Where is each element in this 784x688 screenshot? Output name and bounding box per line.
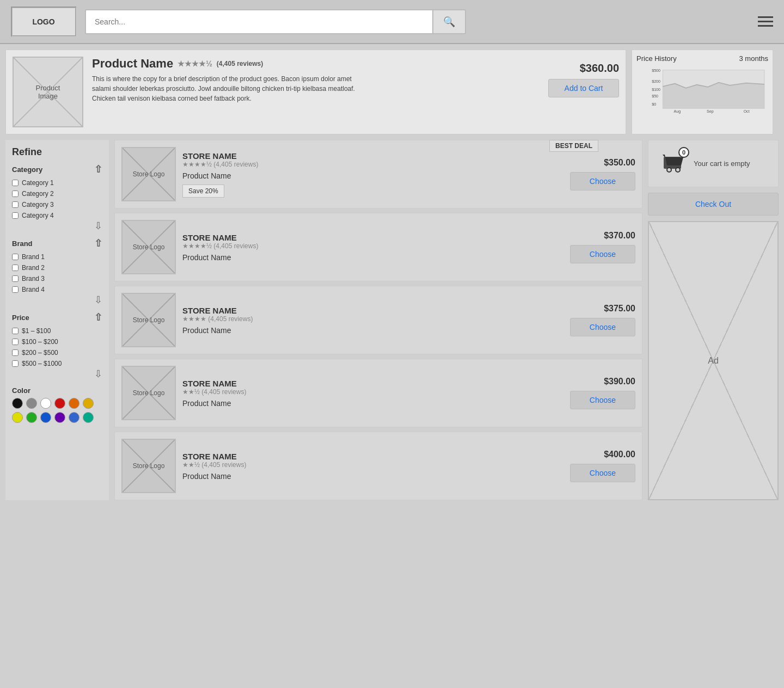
- color-swatch-blue[interactable]: [40, 412, 51, 423]
- price-scroll-down[interactable]: ⇩: [12, 369, 102, 379]
- add-to-cart-button[interactable]: Add to Cart: [548, 79, 619, 97]
- color-swatch-teal[interactable]: [83, 412, 94, 423]
- color-swatch-red[interactable]: [54, 398, 65, 409]
- price-filter-header: Price ⇧: [12, 312, 102, 322]
- best-deal-badge: BEST DEAL: [549, 140, 598, 152]
- product-detail-section: ProductImage Product Name ★★★★½ (4,405 r…: [5, 50, 779, 134]
- brand-label: Brand: [12, 239, 33, 248]
- category-filter-header: Category ⇧: [12, 164, 102, 174]
- color-swatch-purple[interactable]: [54, 412, 65, 423]
- svg-text:$200: $200: [652, 79, 660, 83]
- color-swatch-black[interactable]: [12, 398, 23, 409]
- card-price: $390.00: [604, 377, 635, 386]
- price-history-panel: Price History 3 months $500 $200 $100 $5…: [632, 50, 773, 134]
- brand-filter-item[interactable]: Brand 2: [12, 262, 102, 273]
- color-swatch-yellow[interactable]: [12, 412, 23, 423]
- choose-button[interactable]: Choose: [570, 172, 635, 191]
- brand-filter: Brand ⇧ Brand 1 Brand 2 Brand 3 Brand 4 …: [12, 238, 102, 305]
- brand-filter-item[interactable]: Brand 1: [12, 251, 102, 262]
- category-filter-item[interactable]: Category 3: [12, 199, 102, 210]
- price-filter-item[interactable]: $100 – $200: [12, 336, 102, 347]
- stars: ★★★★: [182, 315, 206, 323]
- price-filter-list: $1 – $100 $100 – $200 $200 – $500 $500 –…: [12, 325, 102, 379]
- choose-button[interactable]: Choose: [570, 464, 635, 482]
- color-swatch-white[interactable]: [40, 398, 51, 409]
- store-name: STORE NAME: [182, 151, 564, 161]
- color-swatch-amber[interactable]: [83, 398, 94, 409]
- color-swatch-green[interactable]: [26, 412, 37, 423]
- choose-button[interactable]: Choose: [570, 318, 635, 336]
- price-filter-item[interactable]: $200 – $500: [12, 347, 102, 358]
- svg-text:Aug: Aug: [674, 109, 681, 114]
- sidebar: Refine Category ⇧ Category 1 Category 2 …: [5, 140, 109, 500]
- product-price: $360.00: [580, 62, 619, 75]
- price-filter-item[interactable]: $500 – $1000: [12, 358, 102, 369]
- product-image: ProductImage: [13, 57, 83, 127]
- store-logo: Store Logo: [121, 293, 176, 347]
- price-history-header: Price History 3 months: [636, 54, 768, 63]
- svg-text:Oct: Oct: [744, 109, 750, 113]
- category-filter-item[interactable]: Category 2: [12, 188, 102, 199]
- card-info: STORE NAME ★★½ (4,405 reviews) Product N…: [182, 379, 564, 408]
- sidebar-title: Refine: [12, 146, 102, 158]
- card-price-action: $375.00 Choose: [570, 304, 635, 336]
- save-badge: Save 20%: [182, 185, 224, 198]
- brand-filter-item[interactable]: Brand 4: [12, 284, 102, 295]
- color-label: Color: [12, 386, 30, 395]
- reviews: (4,405 reviews): [213, 161, 258, 168]
- card-stars: ★★★★½ (4,405 reviews): [182, 161, 564, 168]
- svg-text:$500: $500: [652, 69, 660, 72]
- search-button[interactable]: 🔍: [432, 9, 466, 34]
- search-container: 🔍: [85, 9, 466, 34]
- card-price-action: $370.00 Choose: [570, 231, 635, 263]
- product-reviews: (4,405 reviews): [217, 60, 263, 67]
- reviews: (4,405 reviews): [208, 315, 253, 323]
- store-logo-label: Store Logo: [133, 170, 165, 178]
- category-label: Category: [12, 165, 42, 174]
- price-scroll-up[interactable]: ⇧: [94, 312, 102, 322]
- card-info: STORE NAME ★★★★ (4,405 reviews) Product …: [182, 306, 564, 335]
- brand-filter-item[interactable]: Brand 3: [12, 273, 102, 284]
- price-label: Price: [12, 314, 29, 322]
- brand-scroll-down[interactable]: ⇩: [12, 295, 102, 305]
- hamburger-menu[interactable]: [758, 16, 773, 27]
- card-price: $350.00: [604, 158, 635, 168]
- store-logo: Store Logo: [121, 366, 176, 420]
- hamburger-line-2: [758, 21, 773, 22]
- logo[interactable]: LOGO: [11, 7, 76, 36]
- category-filter-item[interactable]: Category 4: [12, 210, 102, 221]
- store-name: STORE NAME: [182, 306, 564, 315]
- color-swatch-gray[interactable]: [26, 398, 37, 409]
- store-logo-label: Store Logo: [133, 462, 165, 470]
- category-filter-item[interactable]: Category 1: [12, 177, 102, 188]
- category-scroll-down[interactable]: ⇩: [12, 221, 102, 231]
- price-filter-item[interactable]: $1 – $100: [12, 325, 102, 336]
- product-title: Product Name ★★★★½ (4,405 reviews): [92, 57, 540, 71]
- product-card: Store Logo STORE NAME ★★★★½ (4,405 revie…: [114, 213, 642, 281]
- product-card: Store Logo STORE NAME ★★½ (4,405 reviews…: [114, 432, 642, 500]
- brand-filter-list: Brand 1 Brand 2 Brand 3 Brand 4 ⇩: [12, 251, 102, 305]
- svg-point-14: [667, 168, 671, 171]
- svg-text:$100: $100: [652, 88, 660, 91]
- right-sidebar: 0 Your cart is empty Check Out Ad: [648, 140, 779, 500]
- card-stars: ★★½ (4,405 reviews): [182, 461, 564, 469]
- search-input[interactable]: [85, 9, 432, 34]
- color-swatches: [12, 398, 102, 423]
- choose-button[interactable]: Choose: [570, 391, 635, 409]
- brand-scroll-up[interactable]: ⇧: [94, 238, 102, 248]
- card-info: STORE NAME ★★★★½ (4,405 reviews) Product…: [182, 233, 564, 262]
- stars: ★★½: [182, 388, 200, 396]
- checkout-button[interactable]: Check Out: [648, 193, 779, 216]
- store-logo-label: Store Logo: [133, 316, 165, 324]
- product-name: Product Name: [92, 57, 173, 71]
- color-swatch-orange[interactable]: [69, 398, 79, 409]
- ad-placeholder: Ad: [648, 221, 779, 500]
- card-price: $370.00: [604, 231, 635, 241]
- choose-button[interactable]: Choose: [570, 245, 635, 263]
- cart-empty-text: Your cart is empty: [694, 159, 750, 168]
- store-name: STORE NAME: [182, 233, 564, 242]
- category-scroll-up[interactable]: ⇧: [94, 164, 102, 174]
- reviews: (4,405 reviews): [201, 388, 246, 396]
- color-swatch-cobalt[interactable]: [69, 412, 79, 423]
- card-info: STORE NAME ★★★★½ (4,405 reviews) Product…: [182, 151, 564, 198]
